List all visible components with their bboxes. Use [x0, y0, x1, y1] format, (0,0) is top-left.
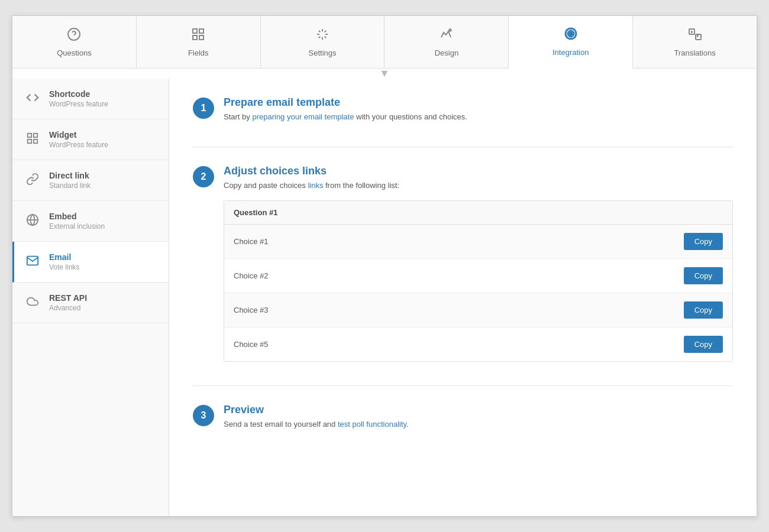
arrow-indicator: ▼ [12, 68, 757, 79]
direct-link-sub: Standard link [49, 181, 91, 190]
shortcode-title: Shortcode [49, 89, 108, 99]
email-sub: Vote links [49, 263, 79, 271]
questions-icon [67, 27, 81, 45]
top-nav: Questions Fields Settings [12, 16, 757, 69]
widget-sub: WordPress feature [49, 141, 108, 149]
fields-icon [191, 27, 205, 45]
step-1-desc: Start by preparing your email template w… [224, 111, 467, 123]
settings-icon [315, 27, 329, 45]
svg-rect-20 [34, 139, 37, 142]
direct-link-icon [24, 173, 41, 189]
step-3-title: Preview [224, 404, 409, 416]
svg-rect-2 [193, 29, 197, 33]
sidebar-item-direct-link[interactable]: Direct link Standard link [12, 160, 169, 201]
svg-rect-17 [28, 133, 31, 137]
tab-fields-label: Fields [188, 48, 209, 57]
svg-point-14 [569, 32, 573, 35]
divider-1 [193, 147, 733, 147]
embed-icon [24, 213, 41, 229]
svg-line-13 [319, 36, 321, 38]
embed-sub: External inclusion [49, 222, 105, 231]
svg-rect-19 [28, 139, 31, 142]
content-area: 1 Prepare email template Start by prepar… [169, 79, 757, 516]
choice-2-label: Choice #2 [234, 271, 269, 280]
rest-api-sub: Advanced [49, 304, 87, 312]
question-header: Question #1 [224, 201, 732, 225]
choice-row-3: Choice #3 Copy [224, 293, 732, 327]
copy-button-1[interactable]: Copy [684, 233, 723, 250]
copy-button-2[interactable]: Copy [684, 267, 723, 284]
divider-2 [193, 385, 733, 386]
tab-questions-label: Questions [57, 48, 92, 57]
step-1-section: 1 Prepare email template Start by prepar… [193, 96, 733, 123]
design-icon [440, 27, 454, 45]
choice-row-5: Choice #5 Copy [224, 327, 732, 361]
widget-icon [24, 132, 41, 148]
shortcode-sub: WordPress feature [49, 100, 108, 108]
tab-design[interactable]: Design [384, 16, 509, 68]
step-3-section: 3 Preview Send a test email to yourself … [193, 404, 733, 430]
choice-3-label: Choice #3 [234, 306, 269, 314]
translations-icon [688, 27, 702, 45]
sidebar-item-rest-api[interactable]: REST API Advanced [12, 283, 169, 323]
copy-button-5[interactable]: Copy [684, 336, 723, 353]
main-layout: Shortcode WordPress feature Widget WordP… [12, 79, 757, 516]
tab-settings-label: Settings [309, 48, 337, 57]
step-2-number: 2 [193, 166, 214, 187]
step-3-desc: Send a test email to yourself and test p… [224, 419, 409, 430]
step-1-title: Prepare email template [224, 96, 467, 109]
sidebar-item-embed[interactable]: Embed External inclusion [12, 201, 169, 242]
choice-row-1: Choice #1 Copy [224, 225, 732, 259]
sidebar-item-widget[interactable]: Widget WordPress feature [12, 119, 169, 160]
step-3-number: 3 [193, 405, 214, 426]
email-icon [24, 254, 41, 270]
choices-table: Question #1 Choice #1 Copy Choice #2 Cop… [224, 200, 733, 362]
step-2-title: Adjust choices links [224, 165, 399, 177]
sidebar-item-email[interactable]: Email Vote links [12, 242, 169, 283]
step-2-header: 2 Adjust choices links Copy and paste ch… [193, 165, 733, 192]
copy-button-3[interactable]: Copy [684, 301, 723, 319]
step-3-header: 3 Preview Send a test email to yourself … [193, 404, 733, 430]
tab-translations-label: Translations [674, 48, 715, 57]
sidebar: Shortcode WordPress feature Widget WordP… [12, 79, 169, 516]
sidebar-item-shortcode[interactable]: Shortcode WordPress feature [12, 79, 169, 119]
tab-design-label: Design [435, 48, 458, 57]
tab-fields[interactable]: Fields [137, 16, 261, 68]
svg-rect-18 [34, 133, 37, 137]
rest-api-icon [24, 295, 41, 311]
app-container: Questions Fields Settings [12, 15, 757, 517]
direct-link-title: Direct link [49, 171, 91, 180]
svg-line-10 [319, 30, 321, 32]
widget-title: Widget [49, 130, 108, 140]
tab-settings[interactable]: Settings [261, 16, 385, 68]
tab-integration-label: Integration [552, 48, 589, 57]
rest-api-title: REST API [49, 293, 87, 303]
svg-rect-5 [199, 35, 203, 40]
shortcode-icon [24, 91, 41, 107]
svg-line-12 [325, 30, 327, 32]
step-2-section: 2 Adjust choices links Copy and paste ch… [193, 165, 733, 362]
choice-row-2: Choice #2 Copy [224, 259, 732, 293]
choice-5-label: Choice #5 [234, 340, 269, 349]
svg-rect-3 [199, 29, 203, 33]
email-title: Email [49, 252, 79, 262]
step-2-desc: Copy and paste choices links from the fo… [224, 180, 399, 192]
integration-icon [564, 27, 578, 44]
embed-title: Embed [49, 212, 105, 221]
svg-rect-4 [193, 35, 197, 40]
tab-questions[interactable]: Questions [12, 16, 137, 68]
svg-line-11 [325, 36, 327, 38]
tab-translations[interactable]: Translations [633, 16, 757, 68]
tab-integration[interactable]: Integration [509, 16, 633, 69]
step-1-header: 1 Prepare email template Start by prepar… [193, 96, 733, 123]
choice-1-label: Choice #1 [234, 237, 269, 246]
step-1-number: 1 [193, 98, 214, 119]
